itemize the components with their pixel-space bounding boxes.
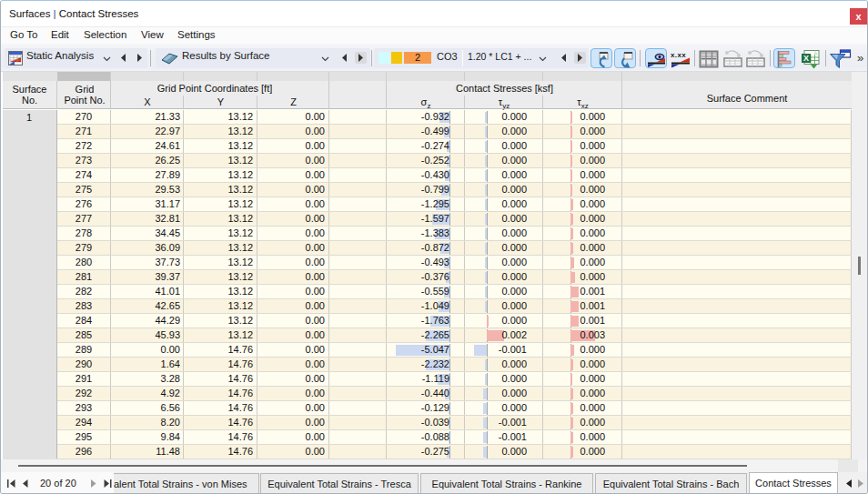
svg-text:x.xx: x.xx	[671, 51, 686, 59]
svg-text:X: X	[803, 54, 809, 63]
